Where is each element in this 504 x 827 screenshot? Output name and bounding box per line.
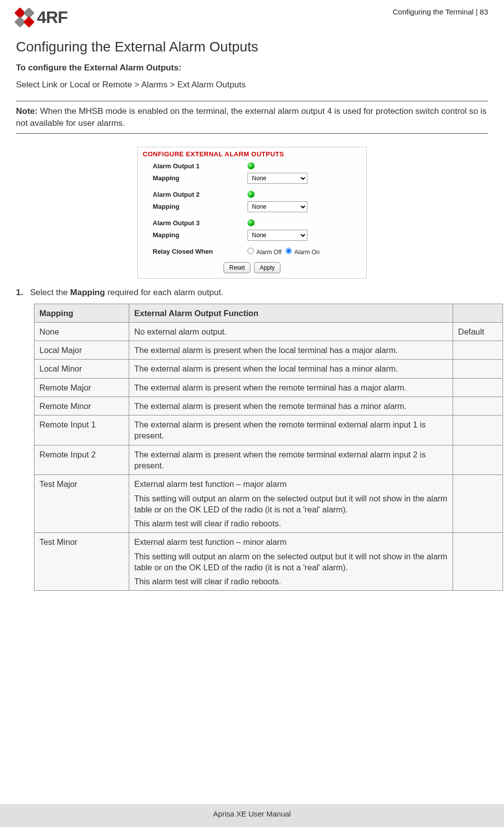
- radio-alarm-on[interactable]: [285, 248, 292, 254]
- table-row: Test MajorExternal alarm test function –…: [34, 475, 503, 533]
- td-default: [453, 475, 503, 533]
- td-mapping: Test Major: [34, 475, 129, 533]
- radio-alarm-off-text: Alarm Off: [256, 249, 281, 256]
- td-default: [453, 533, 503, 591]
- table-row: Local MinorThe external alarm is present…: [34, 360, 503, 378]
- row-mapping-3: Mapping None: [143, 228, 361, 242]
- td-function: External alarm test function – minor ala…: [129, 533, 453, 591]
- status-icon: [248, 219, 254, 226]
- row-mapping-2: Mapping None: [143, 200, 361, 214]
- label-relay-closed: Relay Closed When: [153, 248, 243, 255]
- td-function: The external alarm is present when the r…: [129, 445, 453, 475]
- td-default: [453, 378, 503, 397]
- note-label: Note:: [16, 106, 37, 116]
- th-mapping: Mapping: [34, 304, 129, 322]
- td-function: No external alarm output.: [129, 322, 453, 341]
- button-row: Reset Apply: [143, 262, 361, 273]
- label-mapping-1: Mapping: [153, 174, 243, 182]
- row-alarm-output-1: Alarm Output 1: [143, 161, 361, 171]
- row-mapping-1: Mapping None: [143, 171, 361, 185]
- table-row: Local MajorThe external alarm is present…: [34, 341, 503, 360]
- status-icon: [248, 162, 254, 169]
- td-mapping: Remote Input 2: [34, 445, 129, 475]
- breadcrumb: Select Link or Local or Remote > Alarms …: [16, 80, 488, 90]
- td-function: The external alarm is present when the r…: [129, 397, 453, 415]
- table-header-row: Mapping External Alarm Output Function: [34, 304, 503, 322]
- table-row: Remote Input 1The external alarm is pres…: [34, 415, 503, 445]
- td-function: The external alarm is present when the r…: [129, 378, 453, 397]
- radio-alarm-off-label[interactable]: Alarm Off: [248, 248, 281, 256]
- status-icon: [248, 191, 254, 198]
- td-mapping: None: [34, 322, 129, 341]
- td-function: The external alarm is present when the l…: [129, 341, 453, 360]
- td-default: Default: [453, 322, 503, 341]
- label-alarm-output-2: Alarm Output 2: [153, 191, 243, 198]
- logo: 4RF: [16, 7, 67, 27]
- th-default: [453, 304, 503, 322]
- table-row: NoneNo external alarm output.Default: [34, 322, 503, 341]
- select-mapping-2[interactable]: None: [248, 201, 307, 212]
- td-mapping: Remote Major: [34, 378, 129, 397]
- row-alarm-output-2: Alarm Output 2: [143, 189, 361, 200]
- logo-text: 4RF: [37, 7, 67, 27]
- panel-title: CONFIGURE EXTERNAL ALARM OUTPUTS: [143, 150, 361, 158]
- select-mapping-1[interactable]: None: [248, 173, 307, 184]
- row-alarm-output-3: Alarm Output 3: [143, 218, 361, 228]
- th-function: External Alarm Output Function: [129, 304, 453, 322]
- td-mapping: Remote Minor: [34, 397, 129, 415]
- td-mapping: Local Major: [34, 341, 129, 360]
- step-number: 1.: [16, 288, 23, 298]
- table-row: Remote MinorThe external alarm is presen…: [34, 397, 503, 415]
- label-alarm-output-1: Alarm Output 1: [153, 162, 243, 170]
- td-default: [453, 360, 503, 378]
- section-subhead: To configure the External Alarm Outputs:: [16, 63, 488, 73]
- logo-icon: [16, 9, 34, 26]
- td-mapping: Remote Input 1: [34, 415, 129, 445]
- mapping-table: Mapping External Alarm Output Function N…: [34, 304, 503, 591]
- note-box: Note: When the MHSB mode is enabled on t…: [16, 101, 488, 134]
- td-default: [453, 341, 503, 360]
- page-title: Configuring the External Alarm Outputs: [16, 39, 488, 55]
- apply-button[interactable]: Apply: [254, 262, 280, 273]
- select-mapping-3[interactable]: None: [248, 230, 307, 241]
- td-default: [453, 445, 503, 475]
- td-default: [453, 415, 503, 445]
- step-1: 1. Select the Mapping required for each …: [16, 288, 488, 298]
- table-row: Remote Input 2The external alarm is pres…: [34, 445, 503, 475]
- table-row: Test MinorExternal alarm test function –…: [34, 533, 503, 591]
- td-mapping: Test Minor: [34, 533, 129, 591]
- radio-alarm-on-label[interactable]: Alarm On: [285, 248, 319, 256]
- radio-alarm-on-text: Alarm On: [294, 249, 320, 256]
- note-text: When the MHSB mode is enabled on the ter…: [16, 106, 487, 128]
- config-panel: CONFIGURE EXTERNAL ALARM OUTPUTS Alarm O…: [137, 147, 367, 279]
- radio-alarm-off[interactable]: [248, 248, 254, 254]
- step-text: Select the Mapping required for each ala…: [30, 288, 223, 298]
- label-mapping-3: Mapping: [153, 231, 243, 239]
- td-function: The external alarm is present when the l…: [129, 360, 453, 378]
- td-mapping: Local Minor: [34, 360, 129, 378]
- page-header: 4RF Configuring the Terminal | 83: [16, 7, 488, 27]
- page-reference: Configuring the Terminal | 83: [393, 7, 488, 16]
- reset-button[interactable]: Reset: [224, 262, 250, 273]
- td-function: The external alarm is present when the r…: [129, 415, 453, 445]
- row-relay-closed: Relay Closed When Alarm Off Alarm On: [143, 246, 361, 257]
- td-function: External alarm test function – major ala…: [129, 475, 453, 533]
- footer: Aprisa XE User Manual: [0, 810, 504, 818]
- label-alarm-output-3: Alarm Output 3: [153, 219, 243, 227]
- table-row: Remote MajorThe external alarm is presen…: [34, 378, 503, 397]
- label-mapping-2: Mapping: [153, 203, 243, 210]
- td-default: [453, 397, 503, 415]
